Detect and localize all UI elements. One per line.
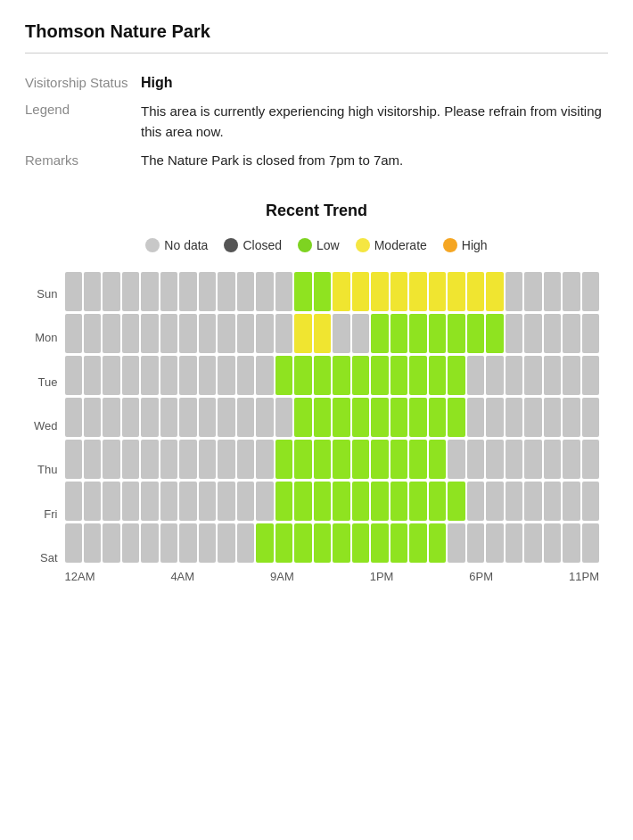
grid-row-mon: [65, 314, 600, 353]
grid-row-sun: [65, 272, 600, 311]
cell: [141, 523, 158, 563]
cell: [448, 440, 464, 479]
cell: [314, 356, 331, 395]
cell: [524, 272, 541, 311]
cell: [179, 272, 196, 311]
cell: [409, 523, 426, 563]
cell: [84, 523, 101, 563]
grid-row-tue: [65, 356, 600, 395]
closed-label: Closed: [243, 238, 282, 252]
cell: [506, 440, 522, 479]
cell: [237, 272, 254, 311]
cell: [122, 523, 139, 563]
cell: [390, 272, 407, 311]
cell: [333, 523, 349, 563]
cell: [582, 440, 599, 479]
legend-item-high: High: [443, 238, 488, 252]
high-label: High: [462, 238, 488, 252]
cell: [256, 523, 273, 563]
cell: [352, 440, 369, 479]
x-label: 9AM: [270, 570, 294, 583]
x-label: 12AM: [65, 570, 95, 583]
cell: [582, 482, 599, 521]
cell: [467, 523, 484, 563]
trend-legend: No dataClosedLowModerateHigh: [25, 238, 608, 252]
cell: [409, 314, 426, 353]
cell: [333, 272, 349, 311]
cell: [506, 398, 522, 437]
cell: [563, 272, 580, 311]
cell: [352, 398, 369, 437]
cell: [429, 523, 446, 563]
cell: [486, 482, 503, 521]
cell: [84, 314, 101, 353]
cell: [429, 398, 446, 437]
cell: [103, 523, 119, 563]
grid-rows: [65, 272, 600, 563]
cell: [506, 356, 522, 395]
legend-item-nodata: No data: [145, 238, 208, 252]
cell: [122, 398, 139, 437]
cell: [333, 314, 349, 353]
cell: [237, 440, 254, 479]
cell: [524, 440, 541, 479]
cell: [237, 314, 254, 353]
cell: [122, 272, 139, 311]
nodata-dot: [145, 238, 160, 252]
cell: [103, 482, 119, 521]
cell: [84, 356, 101, 395]
cell: [84, 482, 101, 521]
grid-row-wed: [65, 398, 600, 437]
cell: [294, 440, 311, 479]
cell: [524, 482, 541, 521]
cell: [333, 482, 349, 521]
cell: [544, 523, 561, 563]
cell: [448, 398, 464, 437]
cell: [390, 482, 407, 521]
cell: [256, 356, 273, 395]
cell: [237, 482, 254, 521]
cell: [179, 482, 196, 521]
cell: [122, 482, 139, 521]
cell: [160, 356, 177, 395]
cell: [544, 314, 561, 353]
cell: [544, 272, 561, 311]
cell: [352, 356, 369, 395]
cell: [352, 523, 369, 563]
cell: [524, 398, 541, 437]
x-axis: 12AM4AM9AM1PM6PM11PM: [65, 570, 600, 583]
cell: [294, 482, 311, 521]
grid-wrapper: 12AM4AM9AM1PM6PM11PM: [65, 272, 600, 583]
legend-row-info: Legend This area is currently experienci…: [25, 96, 608, 147]
day-label-mon: Mon: [34, 318, 58, 358]
cell: [390, 398, 407, 437]
cell: [544, 482, 561, 521]
cell: [141, 272, 158, 311]
cell: [122, 314, 139, 353]
cell: [390, 523, 407, 563]
cell: [237, 523, 254, 563]
cell: [371, 272, 388, 311]
cell: [199, 440, 216, 479]
cell: [275, 398, 292, 437]
cell: [563, 356, 580, 395]
cell: [65, 482, 82, 521]
cell: [563, 440, 580, 479]
cell: [199, 356, 216, 395]
chart-area: SunMonTueWedThuFriSat 12AM4AM9AM1PM6PM11…: [34, 272, 599, 583]
info-table: Visitorship Status High Legend This area…: [25, 70, 608, 173]
cell: [294, 398, 311, 437]
cell: [141, 398, 158, 437]
cell: [506, 482, 522, 521]
grid-row-thu: [65, 440, 600, 479]
x-label: 4AM: [170, 570, 194, 583]
cell: [237, 356, 254, 395]
cell: [275, 314, 292, 353]
high-dot: [443, 238, 457, 252]
cell: [179, 398, 196, 437]
cell: [333, 356, 349, 395]
legend-text: This area is currently experiencing high…: [141, 96, 608, 147]
x-label: 11PM: [569, 570, 599, 583]
cell: [84, 272, 101, 311]
grid-row-fri: [65, 482, 600, 521]
